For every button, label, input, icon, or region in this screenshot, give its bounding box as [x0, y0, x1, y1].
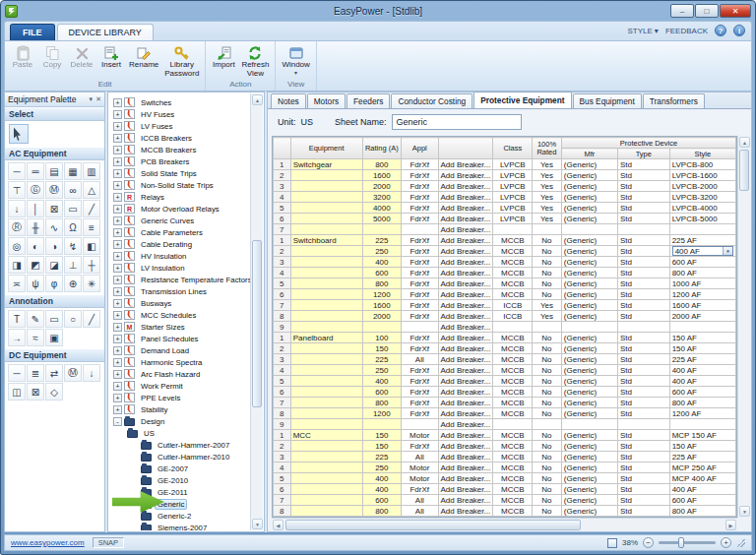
- style-cell[interactable]: LVPCB-3200: [669, 192, 735, 203]
- class-cell[interactable]: MCCB: [493, 430, 533, 441]
- equipment-cell[interactable]: [290, 203, 362, 214]
- equipment-cell[interactable]: [290, 441, 362, 452]
- rated-cell[interactable]: Yes: [533, 192, 562, 203]
- tree-item-cable-parameters[interactable]: +Cable Parameters: [109, 226, 250, 238]
- style-cell[interactable]: LVPCB-4000: [669, 203, 735, 214]
- add-breaker-button[interactable]: Add Breaker...: [438, 322, 493, 333]
- rating-cell[interactable]: [362, 322, 401, 333]
- rated-cell[interactable]: Yes: [533, 159, 562, 170]
- equipment-cell[interactable]: [290, 246, 362, 257]
- rated-cell[interactable]: Yes: [533, 170, 562, 181]
- type-cell[interactable]: Std: [618, 473, 670, 484]
- converter-icon[interactable]: ⇄: [45, 364, 63, 382]
- dc-bus-icon[interactable]: ─: [8, 364, 26, 382]
- appl-cell[interactable]: FdrXf: [402, 170, 438, 181]
- mfr-cell[interactable]: (Generic): [561, 354, 617, 365]
- rated-cell[interactable]: [533, 419, 562, 430]
- rating-cell[interactable]: 5000: [362, 214, 401, 224]
- expand-icon[interactable]: +: [113, 346, 122, 355]
- type-cell[interactable]: Std: [618, 387, 670, 398]
- class-cell[interactable]: [493, 224, 533, 235]
- scroll-left-icon[interactable]: ◀: [273, 520, 284, 530]
- filter-icon[interactable]: ψ: [27, 275, 44, 292]
- tree-item-ppe-levels[interactable]: +PPE Levels: [109, 392, 250, 403]
- equipment-cell[interactable]: [290, 268, 362, 278]
- mfr-cell[interactable]: (Generic): [561, 170, 617, 181]
- breaker-icon[interactable]: ⊠: [45, 200, 63, 217]
- equipment-cell[interactable]: [290, 365, 362, 376]
- rating-cell[interactable]: 2000: [362, 311, 401, 322]
- rated-cell[interactable]: No: [533, 343, 562, 354]
- current-transformer-icon[interactable]: ◎: [8, 237, 26, 255]
- equipment-cell[interactable]: Switchboard: [290, 235, 362, 246]
- style-cell[interactable]: 1200 AF: [669, 289, 735, 300]
- snap-indicator[interactable]: SNAP: [93, 537, 124, 548]
- col-mfr[interactable]: Mfr: [561, 149, 617, 159]
- appl-cell[interactable]: FdrXf: [402, 278, 438, 289]
- appl-cell[interactable]: FdrXf: [402, 268, 438, 278]
- load-icon[interactable]: ↓: [8, 200, 26, 217]
- zoom-out-button[interactable]: −: [643, 537, 654, 548]
- rated-cell[interactable]: Yes: [533, 181, 562, 192]
- add-breaker-button[interactable]: Add Breaker...: [438, 224, 493, 235]
- custom-equipment-icon[interactable]: ✳: [83, 275, 100, 292]
- equipment-cell[interactable]: [290, 170, 362, 181]
- style-cell[interactable]: MCP 250 AF: [669, 462, 735, 473]
- equipment-cell[interactable]: [290, 181, 362, 192]
- mfr-cell[interactable]: (Generic): [561, 257, 617, 268]
- text-icon[interactable]: T: [8, 310, 26, 328]
- appl-cell[interactable]: [402, 322, 438, 333]
- inverter-dc-icon[interactable]: ◫: [8, 383, 26, 401]
- tree-item-panel-schedules[interactable]: +Panel Schedules: [109, 333, 250, 344]
- tie-icon[interactable]: ┼: [83, 256, 100, 274]
- minimize-button[interactable]: –: [670, 4, 694, 18]
- style-cell[interactable]: 225 AF: [669, 354, 735, 365]
- expand-icon[interactable]: +: [113, 252, 122, 261]
- equipment-cell[interactable]: [290, 354, 362, 365]
- type-cell[interactable]: Std: [618, 365, 670, 376]
- class-cell[interactable]: MCCB: [493, 452, 533, 462]
- expand-icon[interactable]: +: [113, 382, 122, 391]
- mfr-cell[interactable]: (Generic): [561, 452, 617, 462]
- equipment-cell[interactable]: [290, 495, 362, 506]
- tree-item-arc-flash-hazard[interactable]: +Arc Flash Hazard: [109, 368, 250, 380]
- style-cell[interactable]: LVPCB-5000: [669, 214, 735, 224]
- tree-item-ge-2011[interactable]: GE-2011: [109, 486, 250, 498]
- equipment-cell[interactable]: Panelboard: [290, 333, 362, 343]
- scroll-down-icon[interactable]: ▼: [252, 519, 263, 529]
- equipment-cell[interactable]: [290, 192, 362, 203]
- col-type[interactable]: Type: [618, 149, 670, 159]
- type-cell[interactable]: [618, 224, 670, 235]
- svc-icon[interactable]: φ: [45, 275, 63, 292]
- style-cell[interactable]: 800 AF: [669, 506, 735, 517]
- rating-cell[interactable]: 250: [362, 365, 401, 376]
- rating-cell[interactable]: 400: [362, 376, 401, 387]
- add-breaker-button[interactable]: Add Breaker...: [438, 192, 493, 203]
- section-header-ac-equipment[interactable]: AC Equipment: [5, 147, 104, 160]
- add-breaker-button[interactable]: Add Breaker...: [438, 387, 493, 398]
- expand-icon[interactable]: +: [113, 276, 122, 284]
- rated-cell[interactable]: No: [533, 246, 562, 257]
- class-cell[interactable]: MCCB: [493, 365, 533, 376]
- close-button[interactable]: ✕: [720, 4, 751, 18]
- window-button[interactable]: Window▾: [279, 42, 312, 79]
- tree-item-generic-2[interactable]: Generic-2: [109, 510, 250, 522]
- library-password-button[interactable]: Library Password: [161, 42, 202, 79]
- expand-icon[interactable]: +: [113, 323, 122, 332]
- style-cell[interactable]: MCP 400 AF: [669, 473, 735, 484]
- tree-item-us[interactable]: US: [109, 427, 250, 439]
- appl-cell[interactable]: [402, 224, 438, 235]
- style-cell[interactable]: 225 AF: [669, 452, 735, 462]
- rating-cell[interactable]: 250: [362, 462, 401, 473]
- type-cell[interactable]: Std: [618, 203, 670, 214]
- class-cell[interactable]: MCCB: [493, 408, 533, 419]
- grounding-transformer-icon[interactable]: ⊕: [64, 275, 82, 292]
- style-cell[interactable]: LVPCB-1600: [669, 170, 735, 181]
- easypower-link[interactable]: www.easypower.com: [11, 538, 85, 547]
- type-cell[interactable]: Std: [618, 462, 670, 473]
- relay-icon[interactable]: Ⓡ: [8, 218, 26, 236]
- appl-cell[interactable]: FdrXf: [402, 203, 438, 214]
- style-cell[interactable]: 400 AF: [669, 365, 735, 376]
- rating-cell[interactable]: 400: [362, 484, 401, 495]
- rated-cell[interactable]: No: [533, 354, 562, 365]
